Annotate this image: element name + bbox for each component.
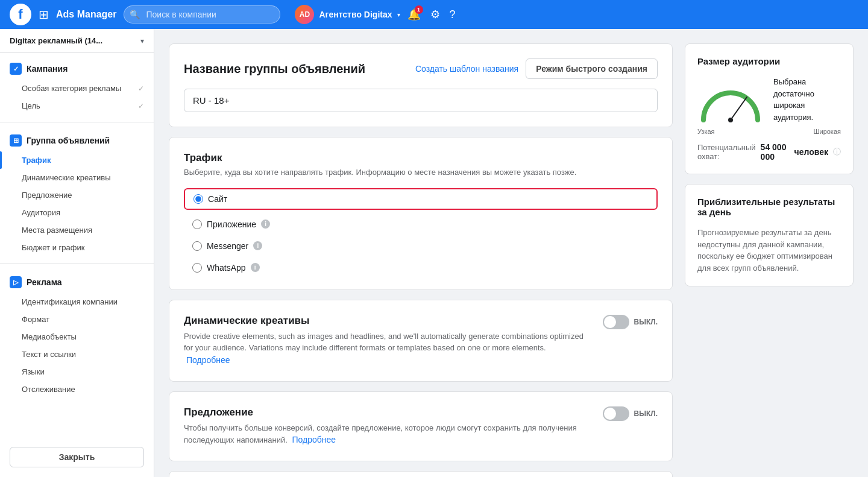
traffic-option-app-label: Приложение	[207, 220, 256, 229]
sidebar-item-media[interactable]: Медиаобъекты	[0, 328, 154, 346]
account-selector[interactable]: Digitax рекламный (14... ▾	[0, 29, 154, 53]
traffic-radio-app[interactable]	[192, 220, 202, 229]
offer-title: Предложение	[184, 406, 593, 419]
reach-value: 54 000 000	[761, 142, 790, 162]
adgroup-name-title: Название группы объявлений	[184, 62, 365, 76]
traffic-card: Трафик Выберите, куда вы хотите направля…	[169, 137, 673, 290]
sidebar-item-goal[interactable]: Цель ✓	[0, 97, 154, 115]
fb-logo: f	[10, 4, 31, 25]
dynamic-toggle-label: ВЫКЛ.	[634, 318, 658, 326]
notifications-button[interactable]: 🔔 1	[405, 5, 423, 24]
user-name: Агентство Digitax	[319, 10, 392, 19]
sidebar-section-ad-label: Реклама	[27, 277, 62, 287]
traffic-radio-messenger[interactable]	[192, 241, 202, 251]
reach-info-icon[interactable]: ⓘ	[833, 147, 841, 157]
sidebar-item-dynamic[interactable]: Динамические креативы	[0, 169, 154, 186]
topnav: f ⊞ Ads Manager 🔍 AD Агентство Digitax ▾…	[0, 0, 868, 29]
adgroup-name-card: Название группы объявлений Создать шабло…	[169, 43, 673, 127]
whatsapp-info-icon[interactable]: i	[251, 263, 260, 272]
reach-unit: человек	[794, 147, 828, 157]
dynamic-link[interactable]: Подробнее	[186, 355, 230, 365]
forecast-panel: Приблизительные результаты за день Прогн…	[685, 184, 854, 286]
dynamic-toggle-row: Динамические креативы Provide creative e…	[184, 315, 658, 367]
offer-toggle-row: Предложение Чтобы получить больше конвер…	[184, 406, 658, 447]
messenger-info-icon[interactable]: i	[253, 241, 262, 250]
right-panel: Размер аудитории Выбрана достаточно широ…	[685, 43, 854, 286]
account-chevron-icon[interactable]: ▾	[140, 37, 144, 45]
offer-toggle-wrap: ВЫКЛ.	[603, 406, 658, 421]
offer-link[interactable]: Подробнее	[292, 435, 336, 444]
ad-icon: ▷	[10, 276, 22, 288]
audience-size-title: Размер аудитории	[697, 56, 841, 66]
sidebar-section-campaign: ✓ Кампания Особая категория рекламы ✓ Це…	[0, 53, 154, 119]
sidebar-section-ad-header: ▷ Реклама	[0, 271, 154, 293]
app-info-icon[interactable]: i	[261, 220, 270, 229]
sidebar-section-campaign-label: Кампания	[27, 64, 68, 74]
traffic-option-site[interactable]: Сайт	[184, 188, 658, 210]
dynamic-title: Динамические креативы	[184, 315, 593, 327]
traffic-option-whatsapp[interactable]: WhatsApp i	[184, 261, 658, 275]
sidebar-item-placements[interactable]: Места размещения	[0, 221, 154, 239]
main-area: Название группы объявлений Создать шабло…	[154, 29, 868, 477]
sidebar-divider-2	[0, 264, 154, 264]
gauge-labels: Узкая Широкая	[697, 128, 841, 135]
sidebar-item-identity[interactable]: Идентификация компании	[0, 293, 154, 311]
traffic-option-messenger[interactable]: Messenger i	[184, 239, 658, 253]
user-chevron-icon[interactable]: ▾	[397, 11, 400, 18]
svg-line-0	[731, 97, 747, 120]
forecast-desc: Прогнозируемые результаты за день недост…	[697, 227, 841, 274]
sidebar-item-text-links[interactable]: Текст и ссылки	[0, 346, 154, 363]
sidebar-item-special-cat[interactable]: Особая категория рекламы ✓	[0, 80, 154, 97]
sidebar-section-ad: ▷ Реклама Идентификация компании Формат …	[0, 267, 154, 403]
topnav-right: AD Агентство Digitax ▾ 🔔 1 ⚙ ?	[295, 5, 458, 24]
reach-label: Потенциальный охват:	[697, 143, 756, 161]
traffic-radio-site[interactable]	[193, 194, 203, 204]
traffic-option-app[interactable]: Приложение i	[184, 217, 658, 232]
notification-badge: 1	[415, 5, 423, 14]
sidebar-item-offer[interactable]: Предложение	[0, 186, 154, 204]
dynamic-toggle-wrap: ВЫКЛ.	[603, 315, 658, 329]
sidebar-item-tracking[interactable]: Отслеживание	[0, 381, 154, 398]
traffic-option-messenger-label: Messenger	[207, 241, 248, 251]
quick-create-button[interactable]: Режим быстрого создания	[526, 58, 658, 79]
sidebar-item-format[interactable]: Формат	[0, 311, 154, 328]
sidebar-divider	[0, 122, 154, 122]
campaign-icon: ✓	[10, 63, 22, 75]
app-title: Ads Manager	[56, 9, 116, 20]
gauge-desc: Выбрана достаточно широкая аудитория.	[773, 76, 841, 123]
sidebar-section-adgroup-label: Группа объявлений	[27, 136, 110, 145]
help-button[interactable]: ?	[447, 6, 458, 24]
dynamic-toggle-track	[603, 315, 629, 329]
search-input[interactable]	[124, 5, 280, 24]
gauge-label-wide: Широкая	[813, 128, 841, 135]
check-icon: ✓	[138, 102, 144, 110]
adgroup-name-actions: Создать шаблон названия Режим быстрого с…	[415, 58, 658, 79]
sidebar: Digitax рекламный (14... ▾ ✓ Кампания Ос…	[0, 29, 154, 477]
main-layout: Digitax рекламный (14... ▾ ✓ Кампания Ос…	[0, 29, 868, 477]
sidebar-item-budget[interactable]: Бюджет и график	[0, 239, 154, 256]
sidebar-item-languages[interactable]: Языки	[0, 363, 154, 381]
settings-button[interactable]: ⚙	[428, 5, 442, 24]
traffic-options: Сайт Приложение i Messenger i Wh	[184, 188, 658, 275]
traffic-radio-whatsapp[interactable]	[192, 263, 202, 273]
adgroup-name-input[interactable]	[184, 89, 658, 112]
close-button[interactable]: Закрыть	[10, 447, 144, 467]
template-link[interactable]: Создать шаблон названия	[415, 64, 518, 74]
sidebar-item-audience[interactable]: Аудитория	[0, 204, 154, 221]
traffic-option-site-label: Сайт	[208, 194, 227, 204]
sidebar-item-traffic[interactable]: Трафик	[0, 151, 154, 169]
grid-icon[interactable]: ⊞	[39, 7, 49, 22]
dynamic-toggle[interactable]	[603, 315, 629, 329]
offer-toggle-label: ВЫКЛ.	[634, 409, 658, 418]
audience-card: Аудитория Определите аудиторию для своей…	[169, 471, 673, 477]
offer-desc: Чтобы получить больше конверсий, создайт…	[184, 422, 593, 447]
reach-row: Потенциальный охват: 54 000 000 человек …	[697, 142, 841, 162]
offer-toggle[interactable]	[603, 406, 629, 421]
traffic-option-whatsapp-label: WhatsApp	[207, 263, 246, 273]
adgroup-icon: ⊞	[10, 134, 22, 147]
adgroup-name-header: Название группы объявлений Создать шабло…	[184, 58, 658, 79]
traffic-desc: Выберите, куда вы хотите направлять траф…	[184, 166, 658, 178]
search-wrap: 🔍	[124, 5, 280, 24]
account-name: Digitax рекламный (14...	[10, 36, 136, 45]
traffic-title: Трафик	[184, 152, 658, 164]
